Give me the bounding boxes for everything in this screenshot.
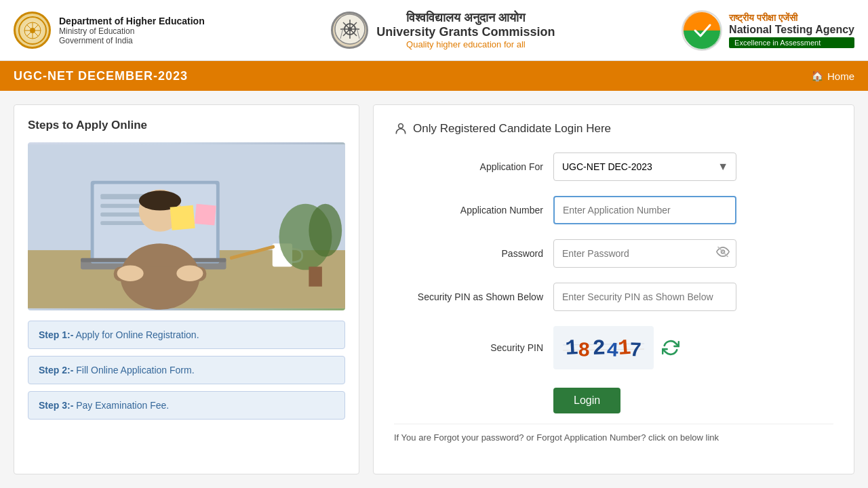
svg-point-37 — [309, 204, 342, 257]
application-number-row: Application Number — [394, 196, 833, 224]
security-pin-display: 1 8 2 4 1 7 — [553, 326, 679, 369]
nta-excellence-badge: Excellence in Assessment — [729, 37, 854, 48]
steps-illustration — [28, 142, 345, 310]
toggle-password-icon[interactable] — [716, 245, 730, 262]
step-3-item: Step 3:- Pay Examination Fee. — [28, 391, 345, 420]
step-3-label: Step 3:- — [39, 400, 73, 411]
step-2-label: Step 2:- — [39, 365, 73, 375]
header-right-text-block: राष्ट्रीय परीक्षा एजेंसी National Testin… — [729, 12, 854, 48]
home-icon: 🏠 — [811, 70, 824, 82]
step-2-text: Fill Online Application Form. — [73, 365, 194, 375]
application-for-select-wrapper[interactable]: UGC-NET DEC-2023UGC-NET JUNE-2023 ▼ — [553, 152, 736, 181]
login-title-text: Only Registered Candidate Login Here — [413, 122, 611, 136]
password-input-wrapper — [553, 239, 736, 268]
ugc-tagline: Quality higher education for all — [376, 39, 555, 49]
svg-rect-33 — [195, 204, 216, 226]
home-label: Home — [827, 70, 854, 82]
home-link[interactable]: 🏠 Home — [811, 70, 854, 82]
password-row: Password — [394, 239, 833, 268]
application-for-label: Application For — [394, 161, 543, 172]
captcha-image: 1 8 2 4 1 7 — [553, 326, 654, 369]
refresh-captcha-button[interactable] — [662, 339, 679, 357]
security-pin-input-row: Security PIN as Shown Below — [394, 283, 833, 311]
org-name-2: Ministry of Education — [59, 26, 205, 36]
svg-point-39 — [399, 124, 403, 129]
nta-title-en: National Testing Agency — [729, 24, 854, 36]
ugc-title-hindi: विश्वविद्यालय अनुदान आयोग — [376, 11, 555, 25]
security-pin-display-row: Security PIN 1 8 2 — [394, 326, 833, 369]
svg-point-30 — [117, 266, 144, 281]
application-for-row: Application For UGC-NET DEC-2023UGC-NET … — [394, 152, 833, 181]
application-for-select[interactable]: UGC-NET DEC-2023UGC-NET JUNE-2023 — [553, 152, 736, 181]
nta-title-hindi: राष्ट्रीय परीक्षा एजेंसी — [729, 12, 854, 24]
main-content: Steps to Apply Online — [0, 91, 868, 488]
left-panel: Steps to Apply Online — [14, 104, 359, 474]
step-2-item: Step 2:- Fill Online Application Form. — [28, 356, 345, 384]
security-pin-input[interactable] — [553, 283, 736, 311]
svg-text:8: 8 — [578, 339, 593, 360]
step-3-text: Pay Examination Fee. — [73, 400, 169, 411]
security-pin-input-label: Security PIN as Shown Below — [394, 291, 543, 302]
navbar: UGC-NET DECEMBER-2023 🏠 Home — [0, 61, 868, 91]
org-name-1: Department of Higher Education — [59, 16, 205, 26]
user-icon — [394, 122, 408, 136]
application-number-input[interactable] — [553, 196, 736, 224]
login-section-title: Only Registered Candidate Login Here — [394, 122, 833, 136]
org-name-3: Government of India — [59, 36, 205, 45]
india-emblem-logo — [14, 12, 51, 49]
navbar-title: UGC-NET DECEMBER-2023 — [14, 69, 188, 83]
nta-logo — [682, 10, 722, 51]
application-number-label: Application Number — [394, 205, 543, 216]
login-button[interactable]: Login — [553, 388, 620, 413]
header-center-text: विश्वविद्यालय अनुदान आयोग University Gra… — [376, 11, 555, 49]
step-1-item: Step 1:- Apply for Online Registration. — [28, 321, 345, 349]
step-1-label: Step 1:- — [39, 329, 73, 340]
password-label: Password — [394, 248, 543, 259]
steps-title: Steps to Apply Online — [28, 119, 345, 132]
forgot-text-content: If You are Forgot your password? or Forg… — [394, 432, 719, 443]
step-1-text: Apply for Online Registration. — [73, 329, 199, 340]
ugc-title-en: University Grants Commission — [376, 25, 555, 39]
right-panel: Only Registered Candidate Login Here App… — [373, 104, 854, 474]
security-pin-display-label: Security PIN — [394, 342, 543, 353]
password-input[interactable] — [553, 239, 736, 268]
site-header: Department of Higher Education Ministry … — [0, 0, 868, 61]
header-right-section: राष्ट्रीय परीक्षा एजेंसी National Testin… — [682, 10, 854, 51]
svg-rect-38 — [309, 266, 322, 286]
header-left-text: Department of Higher Education Ministry … — [59, 16, 205, 45]
header-left-section: Department of Higher Education Ministry … — [14, 12, 205, 49]
ugc-emblem-logo — [331, 12, 368, 49]
svg-rect-32 — [170, 205, 195, 230]
header-center-section: विश्वविद्यालय अनुदान आयोग University Gra… — [331, 11, 555, 49]
svg-point-31 — [176, 266, 203, 281]
login-button-row: Login — [394, 384, 833, 413]
svg-text:7: 7 — [629, 339, 644, 360]
forgot-password-text: If You are Forgot your password? or Forg… — [394, 424, 833, 443]
